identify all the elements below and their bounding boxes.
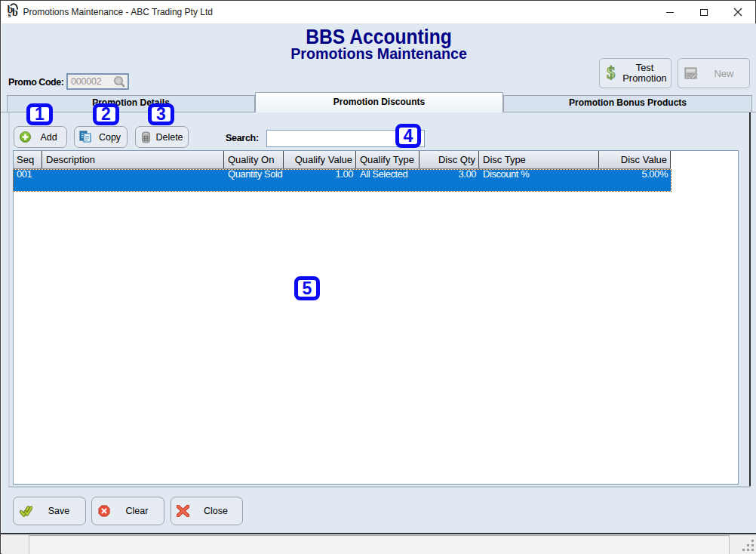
svg-text:s: s: [8, 11, 11, 19]
svg-text:$: $: [607, 65, 616, 82]
svg-text:b: b: [12, 7, 18, 18]
